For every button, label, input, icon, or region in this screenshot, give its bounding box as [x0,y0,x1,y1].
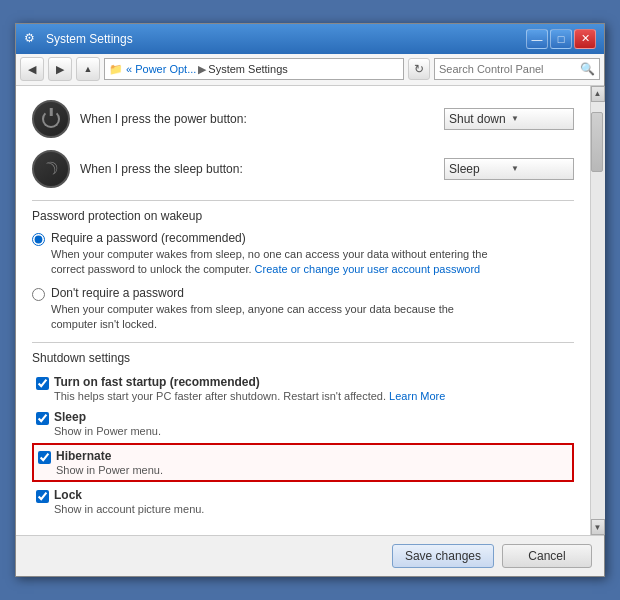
chevron-down-icon-2: ▼ [511,164,569,173]
password-section-title: Password protection on wakeup [32,209,574,223]
lock-content: Lock Show in account picture menu. [54,488,570,515]
hibernate-checkbox[interactable] [38,451,51,464]
cancel-button[interactable]: Cancel [502,544,592,568]
create-password-link[interactable]: Create or change your user account passw… [255,263,481,275]
sleep-icon: ☽ [32,150,70,188]
back-button[interactable]: ◀ [20,57,44,81]
footer: Save changes Cancel [16,535,604,576]
power-icon [32,100,70,138]
power-button-label: When I press the power button: [80,112,434,126]
power-symbol [42,110,60,128]
hibernate-desc: Show in Power menu. [56,464,568,476]
sleep-checkbox[interactable] [36,412,49,425]
hibernate-content: Hibernate Show in Power menu. [56,449,568,476]
title-bar: ⚙ System Settings — □ ✕ [16,24,604,54]
scroll-thumb[interactable] [591,112,603,172]
no-require-password-radio[interactable] [32,288,45,301]
save-changes-button[interactable]: Save changes [392,544,494,568]
no-require-password-content: Don't require a password When your compu… [51,286,454,333]
fast-startup-checkbox[interactable] [36,377,49,390]
sleep-button-dropdown[interactable]: Sleep ▼ [444,158,574,180]
lock-item: Lock Show in account picture menu. [32,486,574,517]
fast-startup-content: Turn on fast startup (recommended) This … [54,375,570,402]
shutdown-section-title: Shutdown settings [32,351,574,365]
crescent-icon: ☽ [39,155,64,182]
scrollbar: ▲ ▼ [590,86,604,536]
search-icon: 🔍 [580,62,595,76]
content-area: When I press the power button: Shut down… [16,86,604,536]
require-password-radio[interactable] [32,233,45,246]
hibernate-label: Hibernate [56,449,568,463]
address-path[interactable]: 📁 « Power Opt... ▶ System Settings [104,58,404,80]
scroll-up-button[interactable]: ▲ [591,86,605,102]
minimize-button[interactable]: — [526,29,548,49]
refresh-button[interactable]: ↻ [408,58,430,80]
learn-more-link[interactable]: Learn More [389,390,445,402]
sleep-button-row: ☽ When I press the sleep button: Sleep ▼ [32,150,574,188]
fast-startup-item: Turn on fast startup (recommended) This … [32,373,574,404]
window-icon: ⚙ [24,31,40,47]
hibernate-item: Hibernate Show in Power menu. [32,443,574,482]
power-button-dropdown[interactable]: Shut down ▼ [444,108,574,130]
chevron-down-icon: ▼ [511,114,569,123]
main-content: When I press the power button: Shut down… [16,86,590,536]
power-button-row: When I press the power button: Shut down… [32,100,574,138]
require-password-label: Require a password (recommended) [51,231,488,245]
lock-desc: Show in account picture menu. [54,503,570,515]
sleep-desc: Show in Power menu. [54,425,570,437]
require-password-desc: When your computer wakes from sleep, no … [51,247,488,278]
window-title: System Settings [46,32,133,46]
path-part1: « Power Opt... [126,63,196,75]
fast-startup-desc: This helps start your PC faster after sh… [54,390,570,402]
folder-icon: 📁 [109,63,123,76]
up-button[interactable]: ▲ [76,57,100,81]
sleep-item: Sleep Show in Power menu. [32,408,574,439]
sleep-button-label: When I press the sleep button: [80,162,434,176]
maximize-button[interactable]: □ [550,29,572,49]
system-settings-window: ⚙ System Settings — □ ✕ ◀ ▶ ▲ 📁 « Power … [15,23,605,578]
lock-checkbox[interactable] [36,490,49,503]
no-require-password-label: Don't require a password [51,286,454,300]
scroll-down-button[interactable]: ▼ [591,519,605,535]
search-box: 🔍 [434,58,600,80]
divider-1 [32,200,574,201]
search-input[interactable] [439,63,577,75]
address-bar: ◀ ▶ ▲ 📁 « Power Opt... ▶ System Settings… [16,54,604,86]
path-part2: System Settings [208,63,287,75]
path-arrow: ▶ [198,63,206,76]
title-bar-left: ⚙ System Settings [24,31,133,47]
no-require-password-desc: When your computer wakes from sleep, any… [51,302,454,333]
shutdown-section: Turn on fast startup (recommended) This … [32,373,574,517]
require-password-content: Require a password (recommended) When yo… [51,231,488,278]
sleep-label: Sleep [54,410,570,424]
lock-label: Lock [54,488,570,502]
forward-button[interactable]: ▶ [48,57,72,81]
title-bar-buttons: — □ ✕ [526,29,596,49]
close-button[interactable]: ✕ [574,29,596,49]
fast-startup-label: Turn on fast startup (recommended) [54,375,570,389]
sleep-button-value: Sleep [449,162,507,176]
power-button-value: Shut down [449,112,507,126]
sleep-content: Sleep Show in Power menu. [54,410,570,437]
require-password-option: Require a password (recommended) When yo… [32,231,574,278]
no-require-password-option: Don't require a password When your compu… [32,286,574,333]
divider-2 [32,342,574,343]
scroll-track[interactable] [591,102,605,520]
